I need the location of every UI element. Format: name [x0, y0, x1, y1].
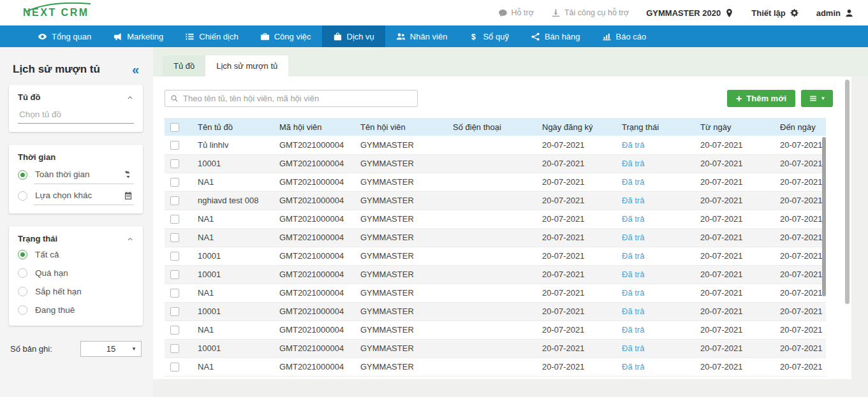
status-option-qua-han[interactable]: Quá hạn	[18, 266, 134, 280]
location-selector[interactable]: GYMMASTER 2020	[646, 8, 734, 18]
time-option-toan-thoi-gian[interactable]: Toàn thời gian	[18, 165, 134, 184]
calendar-icon[interactable]	[124, 191, 133, 200]
radio-button[interactable]	[18, 287, 27, 296]
records-per-page-select[interactable]: 15 ▼	[80, 341, 142, 357]
table-scrollbar[interactable]	[822, 137, 826, 296]
table-row[interactable]: NA1GMT2021000004GYMMASTER20-07-2021Đã tr…	[165, 210, 826, 228]
nav-item-ban-hang[interactable]: Bán hàng	[520, 25, 591, 47]
cell-member_code: GMT2021000004	[273, 321, 354, 339]
collapse-sidebar-icon[interactable]: «	[132, 63, 139, 76]
radio-button[interactable]	[18, 191, 27, 201]
table-row[interactable]: Tủ linhlvGMT2021000004GYMMASTER20-07-202…	[165, 136, 826, 154]
radio-button[interactable]	[18, 170, 27, 180]
column-header-3[interactable]: Số điện thoại	[446, 118, 536, 136]
nav-item-dich-vu[interactable]: Dịch vụ	[322, 25, 385, 47]
user-menu[interactable]: admin	[816, 8, 854, 18]
row-checkbox[interactable]	[170, 196, 179, 205]
table-row[interactable]: 10001GMT2021000004GYMMASTER20-07-2021Đã …	[165, 302, 826, 321]
search-input[interactable]	[183, 94, 412, 103]
row-checkbox[interactable]	[170, 141, 179, 150]
status-option-sap-het-han[interactable]: Sắp hết hạn	[18, 284, 134, 299]
cell-status: Đã trả	[615, 228, 694, 247]
table-row[interactable]: NA1GMT2021000004GYMMASTER20-07-2021Đã tr…	[165, 284, 826, 302]
column-header-7[interactable]: Đến ngày	[774, 118, 826, 136]
cell-phone	[446, 173, 536, 191]
download-tools-link[interactable]: Tải công cụ hỗ trợ	[551, 8, 629, 18]
column-header-2[interactable]: Tên hội viên	[354, 118, 446, 136]
status-link[interactable]: Đã trả	[622, 251, 644, 261]
status-option-tat-ca[interactable]: Tất cả	[18, 247, 134, 262]
bulk-actions-button[interactable]: ▼	[801, 90, 833, 107]
nav-item-tong-quan[interactable]: Tổng quan	[27, 25, 102, 47]
lockers-history-table: Tên tủ đồMã hội viênTên hội viênSố điện …	[165, 118, 826, 377]
column-header-5[interactable]: Trạng thái	[615, 118, 694, 136]
table-row[interactable]: 10001GMT2021000004GYMMASTER20-07-2021Đã …	[165, 154, 826, 173]
status-link[interactable]: Đã trả	[622, 362, 644, 372]
row-checkbox[interactable]	[170, 215, 179, 224]
row-checkbox[interactable]	[170, 233, 179, 242]
column-header-0[interactable]: Tên tủ đồ	[191, 118, 273, 136]
row-checkbox[interactable]	[170, 326, 179, 335]
table-row[interactable]: NA1GMT2021000004GYMMASTER20-07-2021Đã tr…	[165, 357, 826, 376]
add-new-button[interactable]: + Thêm mới	[727, 90, 795, 107]
status-link[interactable]: Đã trả	[622, 270, 644, 279]
nav-item-nhan-vien[interactable]: Nhân viên	[385, 25, 459, 47]
table-row[interactable]: NA1GMT2021000004GYMMASTER20-07-2021Đã tr…	[165, 228, 826, 247]
nextcrm-logo[interactable]: NEXT CRM	[23, 7, 89, 18]
status-link[interactable]: Đã trả	[622, 233, 644, 242]
status-link[interactable]: Đã trả	[622, 196, 644, 205]
status-link[interactable]: Đã trả	[622, 288, 644, 298]
nav-item-bao-cao[interactable]: Báo cáo	[591, 25, 658, 47]
status-link[interactable]: Đã trả	[622, 177, 644, 187]
settings-link[interactable]: Thiết lập	[751, 8, 798, 18]
status-link[interactable]: Đã trả	[622, 214, 644, 224]
table-row[interactable]: nghiavd test 008GMT2021000004GYMMASTER20…	[165, 191, 826, 210]
status-link[interactable]: Đã trả	[622, 307, 644, 316]
nav-item-marketing[interactable]: Marketing	[102, 25, 174, 47]
nav-item-cong-viec[interactable]: Công việc	[249, 25, 322, 47]
radio-button[interactable]	[18, 268, 27, 278]
content-scrollbar[interactable]	[845, 80, 850, 304]
row-checkbox[interactable]	[170, 178, 179, 187]
table-row[interactable]: 10001GMT2021000004GYMMASTER20-07-2021Đã …	[165, 265, 826, 284]
status-link[interactable]: Đã trả	[622, 325, 644, 335]
table-row[interactable]: NA1GMT2021000004GYMMASTER20-07-2021Đã tr…	[165, 173, 826, 191]
table-row[interactable]: NA1GMT2021000004GYMMASTER20-07-2021Đã tr…	[165, 321, 826, 339]
row-checkbox[interactable]	[170, 270, 179, 279]
help-link[interactable]: Hỗ trợ	[498, 8, 534, 18]
nav-item-chien-dich[interactable]: Chiến dịch	[174, 25, 249, 47]
main-nav: Tổng quanMarketingChiến dịchCông việcDịc…	[0, 25, 868, 47]
cell-from_date: 20-07-2021	[694, 136, 774, 154]
row-checkbox[interactable]	[170, 344, 179, 353]
time-option-lua-chon-khac[interactable]: Lựa chọn khác	[18, 186, 134, 205]
caret-down-icon: ▼	[131, 346, 136, 352]
nav-item-label: Công việc	[274, 32, 311, 41]
hamburger-icon	[809, 94, 818, 103]
select-all-checkbox[interactable]	[170, 123, 179, 132]
radio-button[interactable]	[18, 250, 27, 259]
tab-tu-do[interactable]: Tủ đồ	[163, 55, 205, 76]
status-link[interactable]: Đã trả	[622, 159, 644, 168]
cell-phone	[446, 154, 536, 173]
table-row[interactable]: 10001GMT2021000004GYMMASTER20-07-2021Đã …	[165, 247, 826, 265]
row-checkbox[interactable]	[170, 289, 179, 298]
column-header-4[interactable]: Ngày đăng ký	[536, 118, 615, 136]
sort-icon[interactable]	[124, 170, 133, 179]
tab-lich-su-muon-tu[interactable]: Lịch sử mượn tủ	[205, 55, 288, 76]
status-option-dang-thue[interactable]: Đang thuê	[18, 303, 134, 317]
status-link[interactable]: Đã trả	[622, 140, 644, 150]
row-checkbox[interactable]	[170, 363, 179, 372]
column-header-1[interactable]: Mã hội viên	[273, 118, 354, 136]
row-checkbox[interactable]	[170, 307, 179, 316]
status-link[interactable]: Đã trả	[622, 343, 644, 353]
chevron-up-icon[interactable]	[126, 94, 134, 101]
nav-item-so-quy[interactable]: $Sổ quỹ	[458, 25, 519, 47]
cell-status: Đã trả	[615, 191, 694, 210]
row-checkbox[interactable]	[170, 159, 179, 168]
chevron-up-icon[interactable]	[126, 235, 134, 243]
radio-button[interactable]	[18, 305, 27, 315]
column-header-6[interactable]: Từ ngày	[694, 118, 774, 136]
table-row[interactable]: 10001GMT2021000004GYMMASTER20-07-2021Đã …	[165, 339, 826, 357]
row-checkbox[interactable]	[170, 252, 179, 261]
locker-select-input[interactable]	[18, 105, 134, 124]
